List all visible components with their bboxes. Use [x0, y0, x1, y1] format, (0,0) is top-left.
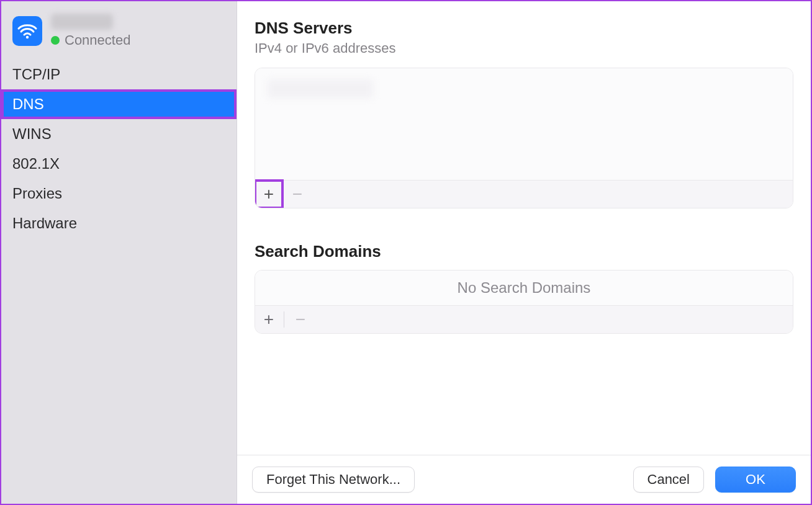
- sidebar-item-8021x[interactable]: 802.1X: [1, 149, 237, 179]
- dns-section-title: DNS Servers: [255, 19, 793, 38]
- wifi-icon: [12, 16, 42, 46]
- status-dot-icon: [51, 36, 60, 45]
- toolbar-separator: [284, 311, 284, 328]
- sidebar-item-hardware[interactable]: Hardware: [1, 208, 237, 238]
- footer-right-buttons: Cancel OK: [633, 467, 796, 493]
- network-header: Connected: [1, 10, 237, 56]
- dns-section-subtitle: IPv4 or IPv6 addresses: [255, 40, 793, 56]
- svg-point-0: [26, 36, 29, 38]
- dns-entry-redacted: [268, 79, 373, 98]
- sidebar-list: TCP/IP DNS WINS 802.1X Proxies Hardware: [1, 60, 237, 238]
- status-label: Connected: [65, 32, 130, 48]
- dns-servers-list[interactable]: [255, 68, 793, 180]
- forget-network-button[interactable]: Forget This Network...: [252, 467, 415, 493]
- sidebar: Connected TCP/IP DNS WINS 802.1X Proxies…: [1, 1, 237, 504]
- network-name-redacted: [51, 14, 113, 30]
- search-domains-toolbar: + −: [255, 305, 793, 333]
- dns-servers-toolbar: + −: [255, 180, 793, 208]
- search-domains-empty-text: No Search Domains: [255, 270, 793, 305]
- dns-servers-panel: + −: [255, 68, 793, 208]
- sidebar-item-wins[interactable]: WINS: [1, 119, 237, 149]
- search-domains-panel: No Search Domains + −: [255, 270, 793, 334]
- search-domains-section: Search Domains No Search Domains + −: [255, 242, 793, 334]
- dns-servers-section: DNS Servers IPv4 or IPv6 addresses + −: [255, 19, 793, 208]
- search-domains-title: Search Domains: [255, 242, 793, 261]
- sidebar-item-dns[interactable]: DNS: [1, 89, 237, 119]
- dns-remove-button[interactable]: −: [284, 181, 311, 208]
- network-status: Connected: [51, 32, 130, 48]
- dialog-footer: Forget This Network... Cancel OK: [237, 455, 811, 504]
- cancel-button[interactable]: Cancel: [633, 467, 704, 493]
- sidebar-item-proxies[interactable]: Proxies: [1, 179, 237, 208]
- network-title-block: Connected: [51, 14, 130, 48]
- network-settings-window: Connected TCP/IP DNS WINS 802.1X Proxies…: [0, 0, 812, 505]
- main-content: DNS Servers IPv4 or IPv6 addresses + − S…: [237, 1, 811, 504]
- search-domains-remove-button[interactable]: −: [287, 306, 314, 333]
- ok-button[interactable]: OK: [715, 467, 796, 493]
- search-domains-add-button[interactable]: +: [255, 306, 282, 333]
- sidebar-item-tcpip[interactable]: TCP/IP: [1, 60, 237, 89]
- dns-add-button[interactable]: +: [255, 179, 284, 208]
- search-domains-list[interactable]: No Search Domains: [255, 270, 793, 305]
